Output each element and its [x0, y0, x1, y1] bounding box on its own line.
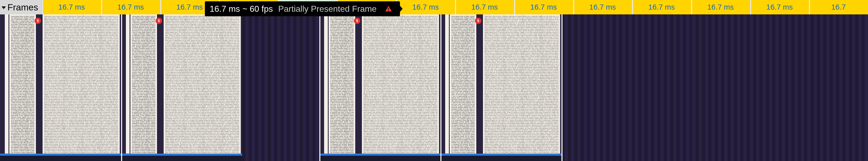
frame-segment[interactable]: 16.7 ms — [632, 0, 691, 15]
frames-label: Frames — [7, 2, 38, 12]
frame-segment-label: 16.7 ms — [648, 3, 675, 11]
frame-segment[interactable]: 16.7 ms — [691, 0, 750, 15]
screenshot-badge: 5 — [475, 18, 482, 24]
frame-screenshot[interactable]: Lorem ipsum dolor sit amet, consectetur … — [319, 15, 440, 156]
frame-segment-label: 16.7 ms — [58, 3, 85, 11]
frame-segment-label: 16.7 ms — [117, 3, 144, 11]
frame-boundary — [121, 15, 122, 161]
frame-segment[interactable]: 16.7 ms — [514, 0, 573, 15]
screenshot-text: Lorem ipsum dolor sit amet, consectetur … — [164, 15, 241, 156]
screenshot-badge: 5 — [354, 18, 360, 24]
frame-segment-label: 16.7 ms — [412, 3, 439, 11]
frame-segment-label: 16.7 — [831, 3, 846, 11]
screenshot-text: Lorem ipsum dolor sit amet, consectetur … — [362, 15, 439, 156]
screenshot-text: Lorem ipsum dolor sit amet, consectetur … — [450, 15, 476, 156]
tooltip-time: 16.7 ms ~ 60 fps — [210, 4, 273, 14]
frame-boundary — [561, 15, 562, 161]
filmstrip-gap — [242, 15, 319, 161]
frame-segment[interactable]: 16.7 ms — [42, 0, 101, 15]
frame-screenshot[interactable]: Lorem ipsum dolor sit amet, consectetur … — [121, 15, 242, 156]
filmstrip-gap — [561, 15, 868, 161]
frame-segment-label: 16.7 ms — [589, 3, 616, 11]
screenshot-text: Lorem ipsum dolor sit amet, consectetur … — [42, 15, 120, 156]
tooltip-arrow-icon — [399, 4, 403, 13]
frames-track-header: Frames 16.7 ms16.7 ms16.7 ms16.7 ms16.7 … — [0, 0, 868, 15]
frames-filmstrip: Lorem ipsum dolor sit amet, consectetur … — [0, 15, 868, 161]
frame-boundary — [319, 15, 320, 161]
warning-icon — [384, 5, 393, 13]
chevron-down-icon — [2, 6, 6, 9]
frame-segment-label: 16.7 ms — [471, 3, 498, 11]
frame-segment[interactable]: 16.7 ms — [101, 0, 160, 15]
screenshot-badge: 5 — [35, 18, 41, 24]
frame-segment[interactable]: 16.7 ms — [750, 0, 809, 15]
frame-segment[interactable]: 16.7 ms — [573, 0, 632, 15]
frame-screenshot[interactable]: Lorem ipsum dolor sit amet, consectetur … — [440, 15, 561, 156]
frames-toggle-button[interactable]: Frames — [0, 0, 42, 15]
frame-screenshot[interactable]: Lorem ipsum dolor sit amet, consectetur … — [0, 15, 121, 156]
frame-segment[interactable]: 16.7 ms — [396, 0, 455, 15]
screenshot-text: Lorem ipsum dolor sit amet, consectetur … — [329, 15, 355, 156]
screenshot-text: Lorem ipsum dolor sit amet, consectetur … — [483, 15, 560, 156]
frame-tooltip: 16.7 ms ~ 60 fps Partially Presented Fra… — [205, 1, 400, 16]
frame-segments: 16.7 ms16.7 ms16.7 ms16.7 ms16.7 ms16.7 … — [42, 0, 868, 15]
frame-segment-label: 16.7 ms — [766, 3, 793, 11]
frame-segment-label: 16.7 ms — [707, 3, 734, 11]
frame-segment-label: 16.7 ms — [530, 3, 557, 11]
screenshot-badge: 5 — [156, 18, 162, 24]
screenshot-text: Lorem ipsum dolor sit amet, consectetur … — [130, 15, 157, 156]
tooltip-subtitle: Partially Presented Frame — [278, 4, 376, 14]
frame-segment[interactable]: 16.7 — [809, 0, 868, 15]
frame-boundary — [440, 15, 441, 161]
screenshot-text: Lorem ipsum dolor sit amet, consectetur … — [9, 15, 36, 156]
svg-rect-1 — [388, 10, 389, 11]
frame-segment[interactable]: 16.7 ms — [455, 0, 514, 15]
frame-segment-label: 16.7 ms — [177, 3, 203, 11]
svg-rect-0 — [388, 8, 389, 9]
